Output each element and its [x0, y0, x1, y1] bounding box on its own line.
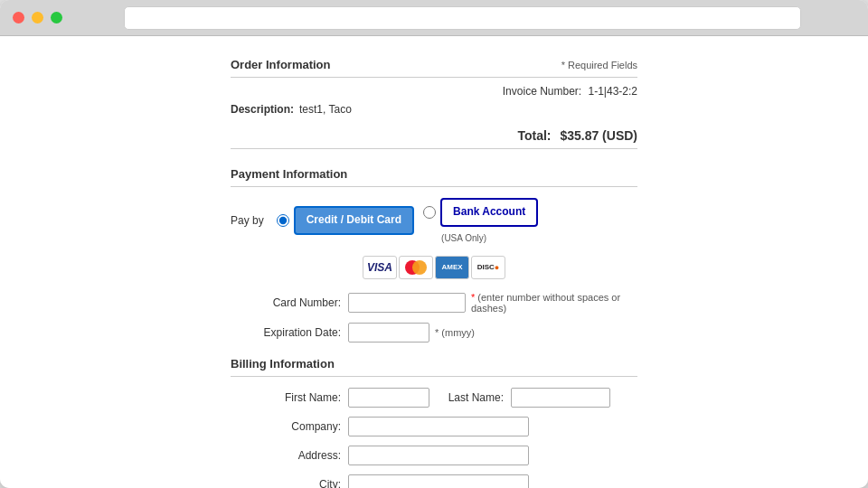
form-container: Order Information * Required Fields Invo…: [231, 36, 637, 488]
last-name-input[interactable]: [511, 388, 610, 408]
invoice-number: 1-1|43-2:2: [589, 85, 638, 98]
description-label: Description:: [231, 103, 294, 116]
mastercard-logo: [399, 256, 433, 279]
expiry-row: Expiration Date: * (mmyy): [231, 323, 637, 343]
city-label: City:: [231, 478, 348, 488]
card-logos: VISA AMEX DISC●: [231, 256, 637, 279]
order-info-header: Order Information * Required Fields: [231, 51, 637, 78]
bank-account-button[interactable]: Bank Account: [440, 198, 538, 227]
billing-info-header: Billing Information: [231, 352, 637, 377]
address-input[interactable]: [348, 446, 529, 465]
payment-info-title: Payment Information: [231, 167, 347, 181]
credit-card-radio[interactable]: [277, 214, 289, 227]
bank-account-option[interactable]: Bank Account (USA Only): [423, 198, 538, 243]
address-label: Address:: [231, 449, 348, 462]
company-label: Company:: [231, 420, 348, 433]
address-row: Address:: [231, 446, 637, 465]
app-window: Order Information * Required Fields Invo…: [0, 0, 868, 488]
order-info-title: Order Information: [231, 58, 331, 71]
expiry-input[interactable]: [348, 323, 429, 343]
total-label: Total:: [517, 128, 551, 143]
credit-card-button[interactable]: Credit / Debit Card: [294, 206, 414, 235]
first-name-label: First Name:: [231, 391, 348, 404]
card-number-input[interactable]: [348, 293, 466, 313]
total-row: Total: $35.87 (USD): [231, 123, 637, 149]
card-number-row: Card Number: * (enter number without spa…: [231, 292, 637, 314]
first-name-input[interactable]: [348, 388, 429, 408]
expiry-hint: * (mmyy): [435, 327, 475, 338]
expiry-label: Expiration Date:: [231, 326, 348, 339]
invoice-row: Invoice Number: 1-1|43-2:2: [231, 85, 637, 98]
invoice-label: Invoice Number:: [503, 85, 581, 98]
usa-only-label: (USA Only): [441, 233, 486, 243]
total-amount: $35.87 (USD): [560, 128, 637, 143]
payment-info-header: Payment Information: [231, 162, 637, 187]
pay-by-label: Pay by: [231, 214, 264, 227]
discover-logo: DISC●: [471, 256, 505, 279]
bank-account-radio[interactable]: [423, 206, 436, 219]
city-input[interactable]: [348, 474, 529, 488]
billing-info-title: Billing Information: [231, 357, 335, 371]
city-row: City:: [231, 474, 637, 488]
amex-logo: AMEX: [435, 256, 469, 279]
required-note: * Required Fields: [561, 60, 637, 70]
svg-point-1: [412, 260, 427, 275]
url-bar[interactable]: [124, 6, 801, 30]
company-input[interactable]: [348, 417, 529, 436]
name-row: First Name: Last Name:: [231, 388, 637, 408]
page-content: Order Information * Required Fields Invo…: [0, 36, 868, 488]
maximize-button[interactable]: [51, 12, 62, 23]
minimize-button[interactable]: [32, 12, 43, 23]
credit-card-option[interactable]: Credit / Debit Card: [277, 206, 414, 235]
mastercard-icon: [401, 258, 431, 277]
titlebar: [0, 0, 868, 36]
visa-logo: VISA: [363, 256, 397, 279]
close-button[interactable]: [13, 12, 24, 23]
description-row: Description: test1, Taco: [231, 103, 637, 116]
company-row: Company:: [231, 417, 637, 436]
card-number-hint: * (enter number without spaces or dashes…: [471, 292, 637, 314]
card-number-label: Card Number:: [231, 296, 348, 309]
description-value: test1, Taco: [299, 103, 352, 116]
last-name-label: Last Name:: [439, 391, 511, 404]
pay-by-row: Pay by Credit / Debit Card Bank Account …: [231, 198, 637, 243]
